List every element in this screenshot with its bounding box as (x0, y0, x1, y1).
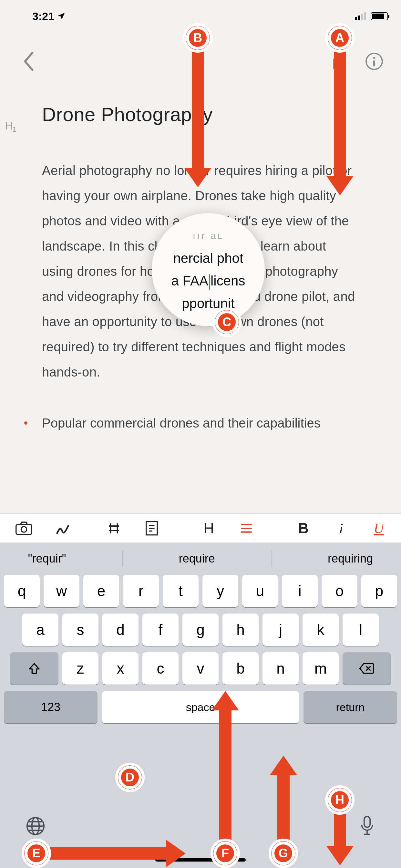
key-row-2: a s d f g h j k l (0, 614, 401, 646)
underline-button[interactable]: U (372, 520, 385, 537)
annotation-badge-c: C (215, 310, 239, 334)
key-m[interactable]: m (303, 652, 339, 685)
list-item[interactable]: Popular commercial drones and their capa… (42, 410, 359, 436)
key-d[interactable]: d (102, 614, 138, 646)
annotation-arrow (277, 773, 289, 843)
key-z[interactable]: z (62, 652, 98, 685)
badge-label: B (193, 31, 202, 45)
badge-label: F (221, 846, 229, 860)
status-right (355, 12, 388, 20)
annotation-arrowhead (184, 168, 212, 187)
heading-button[interactable]: H (202, 520, 216, 536)
svg-rect-4 (16, 524, 32, 534)
annotation-arrow (192, 50, 204, 169)
note-icon[interactable] (145, 521, 158, 536)
key-r[interactable]: r (123, 575, 159, 607)
annotation-arrowhead (327, 176, 353, 195)
badge-label: C (222, 315, 231, 329)
bold-button[interactable]: B (297, 520, 310, 536)
annotation-badge-d: D (118, 765, 142, 789)
sketch-icon[interactable] (55, 521, 70, 536)
location-arrow-icon (57, 11, 66, 21)
globe-key[interactable] (26, 816, 45, 836)
key-row-1: q w e r t y u i o p (0, 575, 401, 607)
numbers-key[interactable]: 123 (4, 691, 97, 723)
suggestion-3[interactable]: requiring (328, 552, 373, 565)
key-row-4: 123 space return (0, 691, 401, 723)
key-l[interactable]: l (343, 614, 379, 646)
key-q[interactable]: q (4, 575, 40, 607)
space-key[interactable]: space (102, 691, 299, 723)
key-o[interactable]: o (321, 575, 358, 607)
loupe-line-2: a FAAlicens (172, 270, 245, 292)
key-h[interactable]: h (222, 614, 258, 646)
key-f[interactable]: f (143, 614, 179, 646)
cell-signal-icon (355, 12, 367, 20)
key-y[interactable]: y (203, 575, 238, 607)
camera-icon[interactable] (16, 522, 31, 535)
backspace-key[interactable] (343, 652, 391, 685)
bullet-text[interactable]: Popular commercial drones and their capa… (42, 410, 320, 436)
key-b[interactable]: b (222, 652, 258, 685)
annotation-arrow (219, 709, 232, 843)
annotation-arrowhead (327, 846, 353, 865)
loupe-line-1: nercial phot (173, 247, 243, 270)
text-caret (209, 274, 210, 290)
annotation-arrow (49, 847, 168, 860)
key-e[interactable]: e (83, 575, 119, 607)
key-p[interactable]: p (361, 575, 397, 607)
key-i[interactable]: i (282, 575, 318, 607)
key-row-3: z x c v b n m (0, 652, 401, 685)
suggestion-2[interactable]: require (179, 552, 215, 565)
annotation-badge-f: F (213, 841, 237, 865)
back-button[interactable] (23, 52, 34, 71)
key-a[interactable]: a (22, 614, 58, 646)
status-time: 3:21 (32, 10, 66, 23)
annotation-badge-g: G (271, 841, 296, 865)
annotation-badge-a: A (328, 26, 352, 50)
svg-point-5 (21, 527, 27, 532)
svg-rect-13 (364, 817, 370, 827)
key-u[interactable]: u (242, 575, 278, 607)
badge-label: H (335, 793, 344, 807)
suggestion-bar: "requir" require requiring (0, 542, 401, 575)
loupe-text-left: a FAA (172, 273, 208, 288)
suggestion-1[interactable]: "requir" (28, 552, 66, 565)
key-x[interactable]: x (102, 652, 138, 685)
info-button[interactable] (365, 52, 383, 70)
return-key[interactable]: return (304, 691, 397, 723)
shift-key[interactable] (10, 652, 58, 685)
svg-rect-3 (373, 60, 375, 66)
key-t[interactable]: t (163, 575, 198, 607)
hashtag-icon[interactable] (107, 522, 121, 535)
badge-label: E (32, 846, 40, 860)
list-button[interactable] (240, 523, 253, 534)
suggestion-divider (122, 551, 123, 567)
key-j[interactable]: j (263, 614, 299, 646)
key-k[interactable]: k (303, 614, 339, 646)
annotation-badge-e: E (24, 841, 49, 865)
text-magnifier-loupe: ıır aʟ nercial phot a FAAlicens pportuni… (152, 213, 265, 326)
italic-button[interactable]: i (335, 520, 348, 537)
annotation-badge-b: B (186, 26, 210, 50)
key-w[interactable]: w (43, 575, 80, 607)
dictation-key[interactable] (359, 815, 375, 837)
key-v[interactable]: v (182, 652, 219, 685)
annotation-arrow (334, 810, 346, 848)
key-s[interactable]: s (62, 614, 98, 646)
svg-point-2 (373, 57, 375, 59)
key-n[interactable]: n (263, 652, 299, 685)
key-g[interactable]: g (182, 614, 219, 646)
battery-icon (371, 12, 388, 20)
time-text: 3:21 (32, 10, 54, 23)
loupe-text-right: licens (211, 273, 245, 288)
suggestion-divider (271, 551, 272, 567)
key-c[interactable]: c (143, 652, 179, 685)
badge-label: A (335, 31, 344, 45)
annotation-badge-h: H (328, 788, 352, 812)
annotation-arrowhead (270, 755, 297, 775)
badge-label: D (126, 771, 134, 784)
annotation-arrow (334, 50, 346, 178)
annotation-arrowhead (212, 691, 239, 710)
annotation-arrowhead (166, 840, 186, 867)
